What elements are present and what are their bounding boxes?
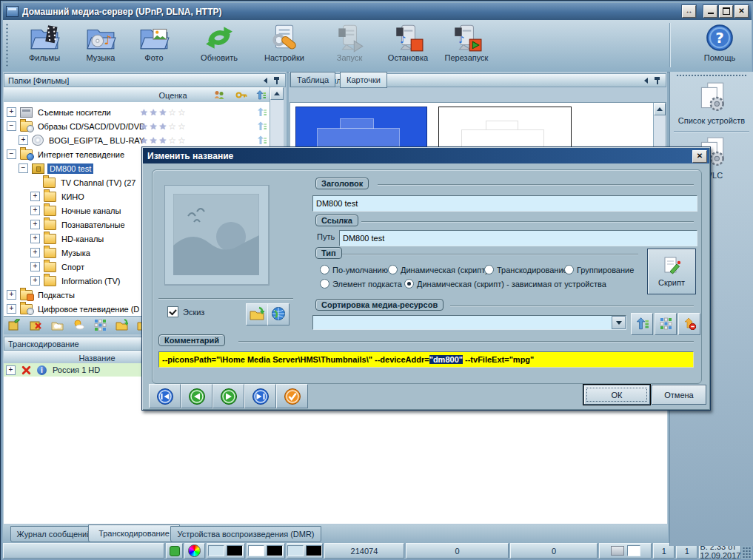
radio-icon[interactable] (320, 265, 329, 274)
films-button[interactable]: Фильмы (16, 21, 73, 69)
web-thumbnail-button[interactable] (267, 303, 290, 325)
expander-icon[interactable]: + (30, 276, 40, 286)
sort-arrow-icon[interactable] (257, 121, 267, 132)
expander-icon[interactable]: + (6, 365, 16, 375)
delete-icon[interactable] (21, 365, 31, 375)
combobox-dropdown-button[interactable] (612, 316, 626, 329)
scroll-up-button[interactable] (654, 103, 666, 115)
access-column-header[interactable] (208, 87, 231, 104)
sort-column-header[interactable] (252, 87, 270, 104)
expander-icon[interactable]: + (7, 304, 16, 314)
help-button[interactable]: ? Помощь (692, 21, 748, 69)
expander-icon[interactable]: + (7, 107, 16, 117)
sorting-combobox[interactable] (312, 315, 626, 330)
expander-icon[interactable]: + (30, 262, 40, 271)
pin-panel-button[interactable] (272, 75, 281, 85)
name-column-header[interactable] (4, 87, 138, 104)
radio-icon[interactable] (388, 265, 398, 274)
expander-icon[interactable]: − (19, 163, 28, 173)
refresh-button[interactable]: Обновить (190, 21, 249, 69)
mosaic-sort-button[interactable] (655, 313, 677, 335)
tab-message-log[interactable]: Журнал сообщений (10, 526, 98, 542)
open-thumbnail-button[interactable] (246, 303, 268, 325)
photo-button[interactable]: Фото (127, 21, 181, 69)
key-column-header[interactable] (230, 87, 253, 104)
expander-icon[interactable]: − (7, 121, 16, 131)
device-list-button[interactable]: Список устройств (670, 81, 753, 125)
next-record-button[interactable] (212, 384, 244, 408)
sort-arrow-icon[interactable] (257, 135, 267, 146)
expander-icon[interactable]: + (30, 220, 40, 229)
expander-icon[interactable]: + (30, 206, 40, 215)
scroll-up-button[interactable] (270, 87, 284, 100)
tab-transcoding[interactable]: Транскодирование (88, 524, 180, 542)
rating-stars[interactable]: ★★★☆☆ (140, 105, 187, 119)
ok-button[interactable]: ОК (583, 385, 650, 405)
folder-import-button[interactable] (116, 319, 128, 333)
radio-podcast-item[interactable]: Элемент подкаста (320, 279, 402, 289)
script-button[interactable]: Скрипт (647, 249, 696, 294)
info-icon[interactable]: i (37, 365, 47, 375)
expander-icon[interactable]: + (7, 290, 16, 300)
cancel-button[interactable]: Отмена (652, 385, 706, 405)
add-folder-button[interactable] (8, 319, 21, 333)
radio-default[interactable]: По-умолчанию (320, 265, 388, 274)
restart-server-button[interactable]: ♪ Перезапуск (437, 21, 496, 69)
dialog-close-button[interactable]: ✕ (692, 150, 707, 163)
sorting-combobox-value[interactable] (312, 315, 626, 330)
thumbnail-checkbox[interactable] (167, 306, 178, 317)
radio-transcoding[interactable]: Транскодирование (484, 265, 568, 274)
expander-icon[interactable]: + (30, 234, 40, 243)
status-bar: 214074 0 0 1 1 В. 2.33 от 12.09.2017 (3, 543, 752, 559)
comment-input[interactable]: --piconsPath="\Home Media Server\HMS\Thu… (158, 351, 694, 368)
first-record-button[interactable] (149, 384, 181, 408)
collapse-panel-button[interactable] (641, 75, 651, 85)
radio-dynamic-script[interactable]: Динамическая (скрипт) (388, 265, 488, 274)
maximize-button[interactable] (719, 5, 733, 18)
expander-icon[interactable]: − (7, 149, 16, 159)
settings-button[interactable]: Настройки (255, 21, 314, 69)
minimize-button[interactable] (703, 5, 717, 18)
close-button[interactable]: ✕ (734, 5, 749, 18)
folder-cloud-button[interactable] (51, 319, 64, 333)
last-record-button[interactable] (244, 384, 276, 408)
tab-table[interactable]: Таблица (290, 72, 335, 87)
remove-sort-button[interactable] (678, 313, 700, 335)
dialog-title-bar[interactable]: Изменить название (143, 148, 709, 163)
delete-folder-button[interactable] (30, 319, 42, 333)
previous-record-button[interactable] (181, 384, 212, 408)
path-input[interactable]: DM800 test (339, 230, 697, 246)
music-button[interactable]: ♪ Музыка (74, 21, 127, 69)
header-input[interactable]: DM800 test (312, 195, 697, 212)
expander-icon[interactable]: + (19, 135, 28, 145)
rating-column-header[interactable]: Оценка (138, 87, 209, 104)
sort-arrow-icon[interactable] (257, 107, 267, 118)
radio-dynamic-device[interactable]: Динамическая (скрипт) - зависимая от уст… (404, 279, 606, 289)
pin-panel-button[interactable] (652, 75, 662, 85)
radio-icon[interactable] (320, 279, 329, 289)
tree-item-bluray[interactable]: + BOGI_EGIPTA_ BLU-RAY ★★★☆☆ (4, 133, 270, 147)
radio-icon[interactable] (484, 265, 494, 274)
toolbar-grip[interactable] (5, 23, 9, 67)
sort-order-button[interactable] (631, 313, 653, 335)
weather-button[interactable] (73, 319, 85, 333)
rating-stars[interactable]: ★★★☆☆ (140, 119, 187, 133)
radio-grouping[interactable]: Группирование (564, 265, 634, 274)
rating-stars[interactable]: ★★★☆☆ (140, 133, 187, 147)
thumbnail-checkbox-row[interactable]: Эскиз (167, 306, 204, 317)
expander-icon[interactable]: + (30, 192, 40, 201)
expander-icon[interactable]: + (30, 248, 40, 257)
title-bar[interactable]: Домашний медиа-сервер (UPnP, DLNA, HTTP)… (3, 3, 752, 20)
tree-item-removable-media[interactable]: + Съемные носители ★★★☆☆ (4, 105, 270, 119)
radio-icon[interactable] (564, 265, 574, 274)
stop-server-button[interactable]: ♪ Остановка (379, 21, 437, 69)
sidebar-drag-handle[interactable] (676, 74, 747, 77)
resize-button[interactable]: ↔ (682, 5, 696, 18)
tab-cards[interactable]: Карточки (340, 72, 387, 88)
mosaic-button[interactable] (94, 319, 107, 333)
apply-button[interactable] (276, 384, 308, 408)
radio-icon-selected[interactable] (404, 279, 414, 289)
tree-item-disc-images[interactable]: − Образы CD/SACD/DVD/DVD ★★★☆☆ (4, 119, 270, 133)
tab-dmr-devices[interactable]: Устройства воспроизведения (DMR) (170, 526, 321, 542)
collapse-panel-button[interactable] (261, 75, 270, 85)
